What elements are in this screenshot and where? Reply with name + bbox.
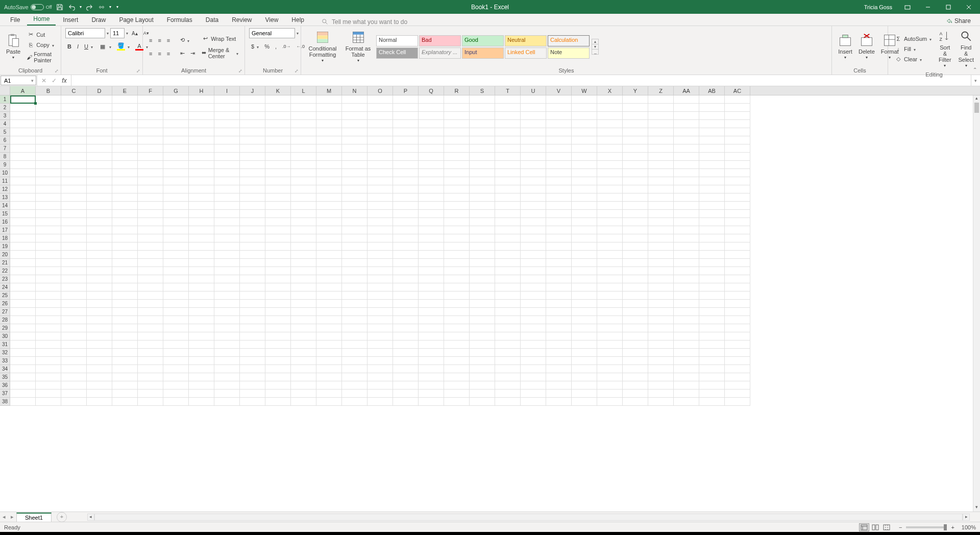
cell[interactable] — [597, 349, 623, 357]
cell[interactable] — [61, 153, 87, 161]
cell[interactable] — [572, 398, 597, 406]
cell[interactable] — [699, 202, 725, 210]
cell[interactable] — [214, 341, 240, 349]
cell[interactable] — [674, 193, 699, 202]
cell[interactable] — [10, 153, 36, 161]
cell[interactable] — [470, 390, 495, 398]
cell[interactable] — [470, 381, 495, 390]
cell[interactable] — [623, 218, 648, 226]
cell[interactable] — [393, 390, 419, 398]
cell[interactable] — [521, 267, 546, 275]
cell[interactable] — [342, 104, 368, 112]
cell[interactable] — [138, 234, 163, 242]
cell[interactable] — [61, 128, 87, 136]
cell[interactable] — [444, 95, 470, 104]
cell[interactable] — [699, 128, 725, 136]
cell[interactable] — [138, 242, 163, 251]
cell[interactable] — [699, 193, 725, 202]
cell[interactable] — [316, 218, 342, 226]
cell[interactable] — [342, 259, 368, 267]
undo-dropdown[interactable]: ▾ — [80, 5, 82, 9]
cell[interactable] — [61, 300, 87, 308]
cell[interactable] — [368, 275, 393, 283]
cell[interactable] — [674, 259, 699, 267]
cell[interactable] — [623, 95, 648, 104]
cell[interactable] — [291, 202, 316, 210]
cell[interactable] — [623, 202, 648, 210]
cell[interactable] — [419, 242, 444, 251]
cell[interactable] — [10, 210, 36, 218]
cell[interactable] — [214, 275, 240, 283]
cell[interactable] — [61, 398, 87, 406]
cell[interactable] — [623, 251, 648, 259]
cell[interactable] — [112, 357, 138, 365]
cell[interactable] — [87, 373, 112, 381]
cell[interactable] — [316, 234, 342, 242]
cell[interactable] — [393, 128, 419, 136]
cell[interactable] — [36, 169, 61, 177]
align-right-button[interactable]: ≡ — [165, 50, 172, 57]
cell[interactable] — [444, 169, 470, 177]
cell[interactable] — [444, 267, 470, 275]
cell[interactable] — [163, 169, 189, 177]
cell[interactable] — [87, 291, 112, 300]
cell[interactable] — [470, 324, 495, 332]
cell[interactable] — [265, 341, 291, 349]
cell[interactable] — [572, 373, 597, 381]
cell[interactable] — [368, 136, 393, 144]
column-header[interactable]: P — [393, 86, 419, 95]
cell[interactable] — [470, 144, 495, 153]
cell[interactable] — [674, 381, 699, 390]
cell[interactable] — [163, 185, 189, 193]
cell[interactable] — [138, 381, 163, 390]
cell[interactable] — [368, 144, 393, 153]
cell[interactable] — [444, 275, 470, 283]
share-button[interactable]: Share — [942, 16, 975, 26]
row-header[interactable]: 14 — [0, 202, 10, 210]
cell[interactable] — [597, 275, 623, 283]
cell[interactable] — [342, 218, 368, 226]
cell[interactable] — [112, 112, 138, 120]
cell[interactable] — [470, 349, 495, 357]
cell[interactable] — [61, 136, 87, 144]
tab-review[interactable]: Review — [226, 14, 258, 26]
cell[interactable] — [546, 234, 572, 242]
cell[interactable] — [163, 283, 189, 291]
cell[interactable] — [214, 136, 240, 144]
normal-view-button[interactable] — [859, 523, 869, 531]
vertical-scrollbar[interactable]: ▴ ▾ — [973, 95, 980, 512]
cell[interactable] — [674, 349, 699, 357]
font-size-dropdown[interactable]: ▾ — [126, 31, 128, 36]
touch-mode-dropdown[interactable]: ▾ — [109, 5, 111, 9]
cell[interactable] — [240, 357, 265, 365]
row-header[interactable]: 12 — [0, 185, 10, 193]
cell[interactable] — [10, 185, 36, 193]
cell[interactable] — [393, 218, 419, 226]
cell[interactable] — [444, 373, 470, 381]
cell[interactable] — [163, 381, 189, 390]
column-header[interactable]: J — [240, 86, 265, 95]
column-header[interactable]: M — [316, 86, 342, 95]
clear-button[interactable]: ◇Clear — [892, 55, 934, 64]
cell[interactable] — [470, 398, 495, 406]
cell[interactable] — [87, 185, 112, 193]
cell[interactable] — [316, 390, 342, 398]
cell[interactable] — [87, 136, 112, 144]
cell[interactable] — [725, 161, 750, 169]
cell[interactable] — [10, 332, 36, 341]
scroll-up[interactable]: ▴ — [973, 95, 980, 103]
column-header[interactable]: I — [214, 86, 240, 95]
cell[interactable] — [699, 210, 725, 218]
cell[interactable] — [521, 398, 546, 406]
scroll-down[interactable]: ▾ — [973, 504, 980, 512]
cell[interactable] — [10, 95, 36, 104]
cell[interactable] — [316, 267, 342, 275]
cell[interactable] — [546, 275, 572, 283]
cell[interactable] — [597, 251, 623, 259]
cell[interactable] — [189, 128, 214, 136]
cell[interactable] — [214, 177, 240, 185]
cell[interactable] — [61, 95, 87, 104]
cell[interactable] — [265, 104, 291, 112]
cell[interactable] — [648, 365, 674, 373]
cell[interactable] — [648, 193, 674, 202]
